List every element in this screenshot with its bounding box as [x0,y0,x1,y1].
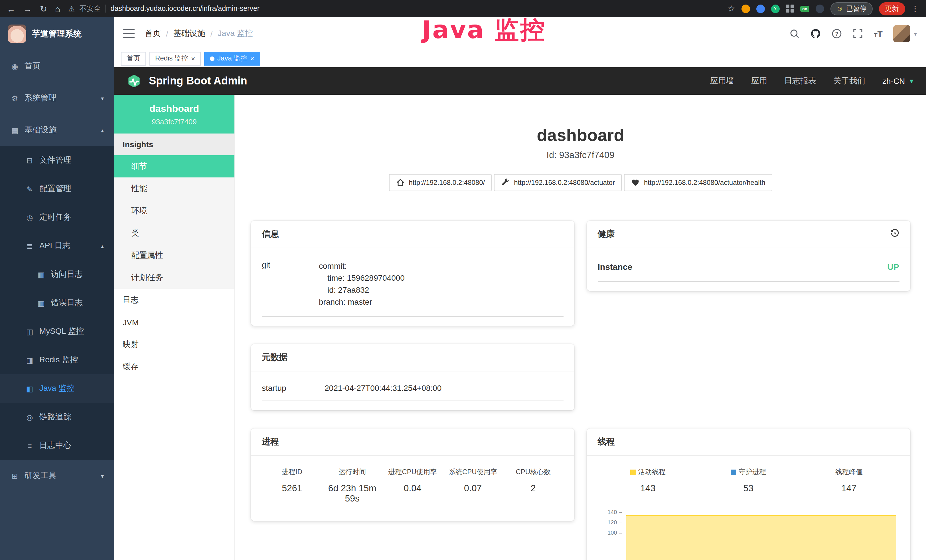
sidebar-item-dev-tools[interactable]: ⊞ 研发工具 ▾ [0,460,114,492]
legend-peak-threads: 线程峰值 147 [799,467,899,493]
extension-on-badge[interactable]: on [800,5,809,12]
locale-label: zh-CN [882,76,905,86]
legend-square-blue [731,469,736,475]
home-icon[interactable]: ⌂ [55,4,60,13]
sidebar-item-label: 访问日志 [51,269,83,280]
address-bar[interactable]: ⚠ 不安全 dashboard.yudao.iocoder.cn/infra/a… [68,4,260,14]
close-icon[interactable]: × [250,55,254,62]
help-icon[interactable]: ? [832,29,842,39]
sba-item-logs[interactable]: 日志 [114,289,235,311]
sba-brand-label: Spring Boot Admin [149,75,247,87]
sidebar-item-api-logs[interactable]: ≣ API 日志 ▴ [0,232,114,260]
tab-home[interactable]: 首页 [121,51,146,65]
sidebar-item-label: 系统管理 [24,93,56,103]
threads-legend: 活动线程 143 守护进程 53 线程峰值 [598,460,899,501]
sidebar-item-label: 链路追踪 [39,412,71,422]
sidebar-item-java-monitor[interactable]: ◧ Java 监控 [0,374,114,403]
tab-redis-monitor[interactable]: Redis 监控 × [150,51,201,65]
metadata-card: 元数据 startup 2021-04-27T00:44:31.254+08:0… [251,344,574,410]
sidebar-item-jobs[interactable]: ◷ 定时任务 [0,203,114,232]
extension-icon[interactable] [756,4,764,13]
sidebar-item-system[interactable]: ⚙ 系统管理 ▾ [0,82,114,114]
sba-group-insights[interactable]: Insights [114,133,235,155]
sba-item-caches[interactable]: 缓存 [114,356,235,378]
health-url-chip[interactable]: http://192.168.0.2:48080/actuator/health [624,174,772,191]
gear-icon: ⚙ [10,94,20,102]
tab-java-monitor[interactable]: Java 监控 × [204,51,260,65]
instance-title: dashboard [251,126,910,145]
browser-menu-icon[interactable]: ⋮ [911,4,919,13]
sidebar-item-infra[interactable]: ▤ 基础设施 ▴ [0,114,114,146]
git-time-line: time: 1596289704000 [319,272,405,284]
legend-daemon-threads: 守护进程 53 [698,467,799,493]
sidebar-item-tracing[interactable]: ◎ 链路追踪 [0,403,114,431]
extension-icon[interactable] [816,4,824,13]
sba-nav-about[interactable]: 关于我们 [833,76,865,86]
legend-label: 守护进程 [738,467,766,477]
sba-item-details[interactable]: 细节 [114,155,235,177]
breadcrumb-home[interactable]: 首页 [145,29,161,39]
fullscreen-icon[interactable] [853,29,863,39]
sba-item-mappings[interactable]: 映射 [114,333,235,356]
search-icon[interactable] [790,29,800,39]
chevron-down-icon: ▼ [908,77,915,85]
reload-icon[interactable]: ↻ [40,4,47,13]
actuator-url-chip[interactable]: http://192.168.0.2:48080/actuator [494,174,622,191]
sba-app-header[interactable]: dashboard 93a3fc7f7409 [114,95,235,133]
hamburger-icon[interactable] [123,29,135,38]
font-size-icon[interactable]: TT [874,29,883,38]
dashboard-icon: ◉ [10,62,20,70]
sba-item-metrics[interactable]: 性能 [114,177,235,200]
sba-nav-journal[interactable]: 日志报表 [784,76,816,86]
sba-brand[interactable]: Spring Boot Admin [126,73,247,89]
sidebar-item-log-center[interactable]: ≡ 日志中心 [0,431,114,460]
metadata-card-title: 元数据 [251,344,574,371]
github-icon[interactable] [811,29,821,39]
tab-label: 首页 [127,54,140,64]
extension-icon[interactable] [741,4,750,13]
file-icon: ⊟ [25,156,34,165]
extension-icon[interactable]: Y [771,4,779,13]
sidebar-item-error-logs[interactable]: ▥ 错误日志 [0,289,114,317]
update-button[interactable]: 更新 [879,2,905,15]
info-git-row: git commit: time: 1596289704000 id: 27aa… [262,253,563,317]
legend-value: 143 [598,483,698,493]
metadata-startup-row: startup 2021-04-27T00:44:31.254+08:00 [262,376,563,401]
app-title: 芋道管理系统 [32,28,82,39]
breadcrumb-infra[interactable]: 基础设施 [173,29,205,39]
sba-nav-wallboard[interactable]: 应用墙 [710,76,734,86]
apps-grid-icon[interactable] [786,5,794,12]
sba-item-jvm[interactable]: JVM [114,311,235,333]
sidebar-item-redis[interactable]: ◨ Redis 监控 [0,346,114,374]
stat-label: 进程CPU使用率 [383,467,443,477]
sidebar-item-files[interactable]: ⊟ 文件管理 [0,146,114,175]
close-icon[interactable]: × [191,55,195,62]
sba-item-environment[interactable]: 环境 [114,200,235,222]
breadcrumb-separator: / [166,29,168,38]
browser-chrome: ← → ↻ ⌂ ⚠ 不安全 dashboard.yudao.iocoder.cn… [0,0,926,17]
back-icon[interactable]: ← [7,4,15,13]
sba-item-beans[interactable]: 类 [114,222,235,244]
sidebar-item-label: 配置管理 [39,184,71,194]
log-icon: ≣ [25,242,34,250]
sba-nav-applications[interactable]: 应用 [751,76,767,86]
sidebar-item-label: 首页 [24,61,41,71]
sidebar-item-home[interactable]: ◉ 首页 [0,50,114,82]
forward-icon[interactable]: → [23,4,32,13]
user-menu[interactable]: ▾ [893,25,917,42]
sidebar-item-access-logs[interactable]: ▥ 访问日志 [0,260,114,289]
app-logo-row[interactable]: 芋道管理系统 [0,17,114,50]
history-icon[interactable] [890,229,899,240]
smiley-icon: ☺ [836,5,843,12]
profile-chip[interactable]: ☺ 已暂停 [831,2,872,15]
sba-main: dashboard Id: 93a3fc7f7409 http://192.16… [235,95,926,560]
service-url-chip[interactable]: http://192.168.0.2:48080/ [389,174,492,191]
sidebar-item-mysql[interactable]: ◫ MySQL 监控 [0,317,114,346]
sba-item-config-props[interactable]: 配置属性 [114,244,235,266]
service-url: http://192.168.0.2:48080/ [409,179,485,186]
health-card-title: 健康 [598,229,615,240]
sidebar-item-config[interactable]: ✎ 配置管理 [0,175,114,203]
bookmark-star-icon[interactable]: ☆ [727,3,735,14]
sba-item-scheduled-tasks[interactable]: 计划任务 [114,266,235,289]
locale-select[interactable]: zh-CN ▼ [882,76,915,86]
